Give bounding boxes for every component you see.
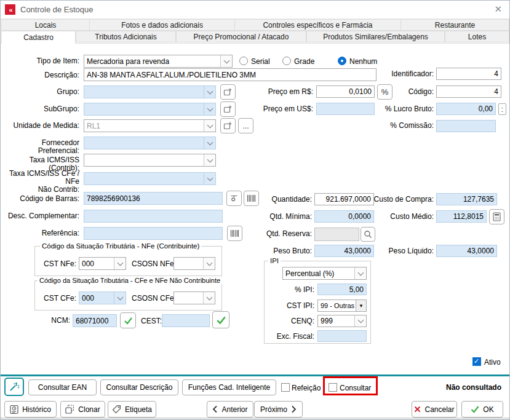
ellipsis-icon: ... xyxy=(242,122,249,130)
csosn-cfe-label: CSOSN CFe: xyxy=(132,294,176,303)
tab-preco-promocional[interactable]: Preço Promocional / Atacado xyxy=(176,31,306,42)
unidade-medida-label: Unidade de Medida: xyxy=(1,122,79,130)
ipi-pct-input[interactable] xyxy=(317,283,367,295)
referencia-label: Referência: xyxy=(1,229,79,237)
radio-nenhum[interactable] xyxy=(338,57,346,65)
quantidade-input[interactable] xyxy=(314,193,374,205)
chevron-down-icon xyxy=(204,103,215,115)
cest-input[interactable] xyxy=(162,314,210,327)
tab-controles-especificos-farmacia[interactable]: Controles específicos e Farmácia xyxy=(234,19,401,31)
chevron-down-icon xyxy=(204,137,215,149)
tab-cadastro[interactable]: Cadastro xyxy=(1,31,76,44)
tab-locais[interactable]: Locais xyxy=(1,19,90,31)
consultar-descricao-button[interactable]: Consultar Descrição xyxy=(100,379,178,395)
anterior-button[interactable]: Anterior xyxy=(207,401,253,418)
desc-complementar-input[interactable] xyxy=(84,210,223,223)
app-logo-icon: « xyxy=(5,4,15,15)
referencia-input[interactable] xyxy=(84,227,223,240)
search-reserva-button[interactable] xyxy=(361,227,375,242)
refeicao-checkbox[interactable] xyxy=(281,383,290,392)
tipo-item-select[interactable]: Mercadoria para revenda xyxy=(84,55,233,68)
chevron-down-icon xyxy=(114,292,126,304)
qtd-reserva-label: Qtd. Reserva: xyxy=(252,230,312,238)
chevron-down-icon xyxy=(203,258,215,269)
descricao-input[interactable] xyxy=(84,68,377,81)
chevron-down-icon xyxy=(354,267,366,279)
tab-produtos-similares[interactable]: Produtos Similares/Embalagens xyxy=(306,31,445,42)
exc-fiscal-input[interactable] xyxy=(317,330,367,342)
fornecedor-select[interactable] xyxy=(84,137,216,149)
csosn-nfe-select[interactable] xyxy=(173,257,215,270)
tab-lotes[interactable]: Lotes xyxy=(445,31,509,42)
qtd-minima-input[interactable] xyxy=(314,210,374,223)
cst-ipi-label: CST IPI: xyxy=(265,302,314,310)
scale-button[interactable] xyxy=(226,191,242,206)
magic-wand-button[interactable] xyxy=(4,378,24,396)
ativo-label: Ativo xyxy=(484,358,501,367)
add-unidade-button[interactable] xyxy=(220,118,236,133)
comissao-label: % Comissão: xyxy=(365,122,434,130)
proximo-button[interactable]: Próximo xyxy=(254,401,303,418)
teal-divider xyxy=(1,374,510,376)
subgrupo-select[interactable] xyxy=(84,103,216,116)
peso-liquido-input[interactable] xyxy=(436,245,497,257)
consultar-checkbox[interactable] xyxy=(329,383,337,392)
add-subgrupo-button[interactable] xyxy=(220,101,236,117)
ativo-checkbox[interactable] xyxy=(472,357,481,366)
cst-cfe-label: CST CFe: xyxy=(44,294,76,303)
consultar-ean-button[interactable]: Consultar EAN xyxy=(28,379,97,395)
cst-nfe-select[interactable]: 000 xyxy=(79,257,126,270)
close-icon[interactable]: ✕ xyxy=(494,4,502,15)
radio-grade[interactable] xyxy=(282,57,291,65)
radio-serial[interactable] xyxy=(239,57,248,65)
ipi-modo-select[interactable]: Percentual (%) xyxy=(282,267,367,280)
add-grupo-button[interactable] xyxy=(220,84,236,100)
taxa-icms-select[interactable] xyxy=(84,154,216,167)
historico-button[interactable]: Histórico xyxy=(4,401,57,418)
etiqueta-button[interactable]: Etiqueta xyxy=(108,401,156,418)
cenq-select[interactable]: 999 xyxy=(317,315,367,327)
ok-button[interactable]: OK xyxy=(461,401,503,418)
ncm-input[interactable] xyxy=(73,314,117,327)
status-text: Não consultado xyxy=(446,383,501,392)
funcoes-cad-inteligente-button[interactable]: Funções Cad. Inteligente xyxy=(182,379,276,395)
referencia-barcode-button[interactable] xyxy=(227,226,242,241)
peso-bruto-input[interactable] xyxy=(314,245,374,257)
csosn-cfe-select[interactable] xyxy=(173,291,215,304)
qtd-reserva-input[interactable] xyxy=(314,228,359,241)
tab-divider xyxy=(1,43,510,44)
chevron-down-icon: ▼ xyxy=(356,300,366,311)
tab-fotos-dados-adicionais[interactable]: Fotos e dados adicionais xyxy=(89,19,235,31)
codigo-input[interactable] xyxy=(436,85,501,98)
clonar-button[interactable]: Clonar xyxy=(60,401,105,418)
groupbox-ipi-title: IPI xyxy=(268,257,281,264)
custo-medio-input[interactable] xyxy=(436,210,487,223)
taxa-icms-cfe-select[interactable] xyxy=(84,172,216,185)
lucro-options-button[interactable]: : xyxy=(498,103,506,115)
unidade-more-button[interactable]: ... xyxy=(238,118,253,133)
peso-liquido-label: Peso Líquido: xyxy=(369,247,434,255)
descricao-label: Descrição: xyxy=(1,71,79,79)
cst-cfe-select[interactable]: 000 xyxy=(79,291,126,304)
identificador-input[interactable] xyxy=(436,68,501,80)
barcode-icon xyxy=(230,229,239,237)
validate-cest-button[interactable] xyxy=(212,311,229,328)
lucro-bruto-input[interactable] xyxy=(436,103,496,115)
codigo-barras-input[interactable] xyxy=(84,192,223,205)
ipi-pct-label: % IPI: xyxy=(265,286,314,294)
chevron-down-icon xyxy=(220,55,232,67)
folder-plus-icon xyxy=(223,121,233,130)
calculator-button[interactable] xyxy=(489,209,504,224)
quantidade-label: Quantidade: xyxy=(252,196,312,204)
chevron-down-icon xyxy=(204,86,215,98)
cancelar-button[interactable]: Cancelar xyxy=(412,401,457,418)
cst-ipi-select[interactable]: 99 - Outras ▼ xyxy=(317,299,367,312)
tab-restaurante[interactable]: Restaurante xyxy=(400,19,509,31)
comissao-input[interactable] xyxy=(436,120,496,132)
custo-compra-input[interactable] xyxy=(436,193,497,205)
grupo-select[interactable] xyxy=(84,85,216,98)
tab-tributos-adicionais[interactable]: Tributos Adicionais xyxy=(76,31,176,42)
unidade-medida-select[interactable]: RL1 xyxy=(84,119,216,132)
taxa-icms-cfe-label: Taxa ICMS/ISS CFe / NFe Não Contrib: xyxy=(1,170,79,194)
validate-ncm-button[interactable] xyxy=(120,312,136,328)
